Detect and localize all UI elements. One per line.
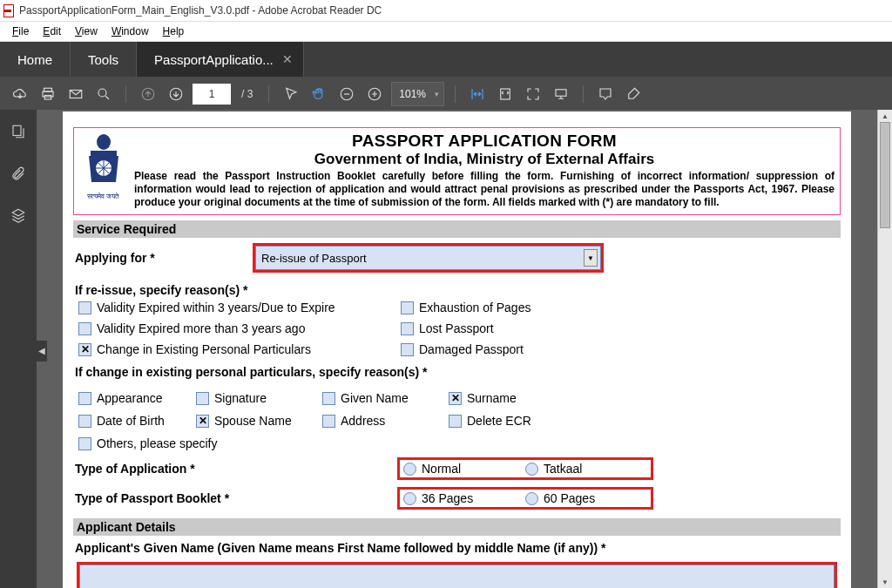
fullscreen-icon[interactable] <box>522 83 544 105</box>
selection-icon[interactable] <box>280 83 302 105</box>
separator <box>455 85 456 103</box>
fit-page-icon[interactable] <box>494 83 517 105</box>
menu-help[interactable]: Help <box>156 24 192 39</box>
main-toolbar: / 3 101% <box>0 77 892 112</box>
zoom-in-icon[interactable] <box>363 83 386 105</box>
tab-document-label: PassportApplicatio... <box>154 52 274 67</box>
tab-tools[interactable]: Tools <box>71 42 137 77</box>
navigation-sidebar <box>0 110 37 112</box>
close-icon[interactable]: ✕ <box>282 52 293 66</box>
print-icon[interactable] <box>37 83 59 105</box>
document-viewport[interactable]: सत्यमेव जयते PASSPORT APPLICATION FORM G… <box>37 110 877 112</box>
page-total: / 3 <box>241 88 253 100</box>
svg-rect-10 <box>556 90 566 97</box>
page-number-input[interactable] <box>193 84 231 105</box>
zoom-select[interactable]: 101% <box>391 82 444 106</box>
comment-icon[interactable] <box>594 83 617 105</box>
read-mode-icon[interactable] <box>550 83 572 105</box>
tab-bar: Home Tools PassportApplicatio... ✕ <box>0 42 892 77</box>
menu-view[interactable]: View <box>68 24 105 39</box>
page-up-icon[interactable] <box>137 83 159 105</box>
vertical-scrollbar[interactable]: ▲ ▼ <box>877 110 892 112</box>
separator <box>125 85 126 103</box>
menu-file[interactable]: File <box>5 24 36 39</box>
zoom-out-icon[interactable] <box>335 83 358 105</box>
separator <box>583 85 584 103</box>
scroll-up-icon[interactable]: ▲ <box>878 110 892 112</box>
svg-rect-2 <box>44 96 51 100</box>
highlight-icon[interactable] <box>622 83 645 105</box>
save-cloud-icon[interactable] <box>9 83 31 105</box>
svg-point-4 <box>98 89 106 97</box>
menu-window[interactable]: Window <box>105 24 156 39</box>
mail-icon[interactable] <box>64 83 87 105</box>
tab-document[interactable]: PassportApplicatio... ✕ <box>137 42 304 77</box>
separator <box>268 85 269 103</box>
svg-rect-9 <box>501 89 510 99</box>
pdf-file-icon <box>3 4 16 17</box>
fit-width-icon[interactable] <box>466 83 489 105</box>
window-titlebar: PassportApplicationForm_Main_English_V3.… <box>0 0 892 22</box>
menu-bar: File Edit View Window Help <box>0 22 892 42</box>
window-title: PassportApplicationForm_Main_English_V3.… <box>19 4 382 17</box>
page-down-icon[interactable] <box>165 83 187 105</box>
search-icon[interactable] <box>92 83 115 105</box>
menu-edit[interactable]: Edit <box>36 24 68 39</box>
tab-home[interactable]: Home <box>0 42 71 77</box>
hand-tool-icon[interactable] <box>307 83 330 105</box>
